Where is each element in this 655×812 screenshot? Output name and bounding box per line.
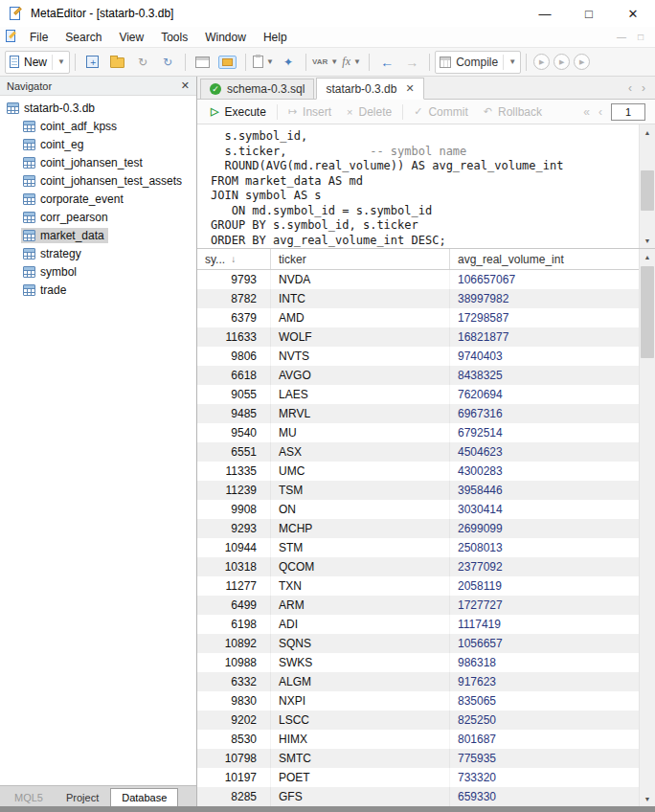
table-row[interactable]: 9806NVTS9740403 (197, 347, 639, 366)
table-row[interactable]: 9293MCHP2699099 (197, 519, 639, 538)
prev-page-icon[interactable]: ‹ (599, 105, 602, 119)
table-row[interactable]: 6551ASX4504623 (197, 442, 639, 462)
menu-item-view[interactable]: View (110, 27, 152, 47)
table-row[interactable]: 9830NXPI835065 (197, 691, 639, 710)
compile-button[interactable]: Compile ▼ (435, 51, 521, 74)
table-row[interactable]: 10798SMTC775935 (197, 749, 639, 768)
cell-ticker: ARM (271, 596, 450, 615)
menu-item-tools[interactable]: Tools (152, 27, 196, 47)
tree-item-strategy[interactable]: strategy (0, 244, 196, 262)
table-row[interactable]: 10944STM2508013 (197, 538, 639, 557)
tree-root[interactable]: statarb-0.3.db (0, 99, 196, 117)
table-row[interactable]: 11239TSM3958446 (197, 481, 639, 500)
sql-scrollbar[interactable]: ▲ ▼ (639, 124, 655, 248)
tree-item-coint_adf_kpss[interactable]: coint_adf_kpss (0, 117, 196, 135)
menu-item-file[interactable]: File (21, 27, 56, 47)
scroll-thumb[interactable] (641, 266, 654, 358)
sql-editor[interactable]: s.symbol_id, s.ticker, -- symbol name RO… (197, 124, 639, 248)
table-row[interactable]: 9485MRVL6967316 (197, 404, 639, 423)
tree-item-symbol[interactable]: symbol (0, 262, 196, 281)
table-row[interactable]: 6198ADI1117419 (197, 615, 639, 634)
tree-item-market_data[interactable]: market_data (0, 226, 196, 244)
tab-schema-sql[interactable]: ✓ schema-0.3.sql (200, 79, 314, 99)
styler-button[interactable]: ✦ (277, 51, 300, 74)
tree-item-coint_johansen_test_assets[interactable]: coint_johansen_test_assets (0, 171, 196, 190)
mdi-minimize-icon[interactable]: — (617, 32, 626, 42)
column-header-ticker[interactable]: ticker (271, 249, 450, 269)
table-row[interactable]: 10988SWKS986318 (197, 653, 639, 672)
scroll-thumb[interactable] (641, 170, 654, 211)
table-row[interactable]: 8530HIMX801687 (197, 730, 639, 749)
close-icon[interactable]: ✕ (181, 79, 190, 92)
chevron-down-icon[interactable]: ▼ (508, 57, 516, 66)
mdi-restore-icon[interactable]: □ (638, 32, 644, 42)
navigate-forward-button[interactable]: → (400, 51, 423, 74)
chevron-down-icon[interactable]: ▼ (57, 57, 65, 66)
tab-statarb-db[interactable]: statarb-0.3.db ✕ (316, 78, 423, 100)
table-row[interactable]: 10197POET733320 (197, 768, 639, 787)
scroll-up-icon[interactable]: ▲ (640, 124, 655, 140)
execute-button[interactable]: ▷ Execute (203, 102, 274, 123)
rollback-button[interactable]: ↶ Rollback (476, 102, 550, 123)
tree-item-coint_johansen_test[interactable]: coint_johansen_test (0, 153, 196, 171)
scroll-down-icon[interactable]: ▼ (640, 233, 655, 248)
tree-item-corporate_event[interactable]: corporate_event (0, 190, 196, 208)
navigate-back-button[interactable]: ← (375, 51, 398, 74)
table-row[interactable]: 6332ALGM917623 (197, 672, 639, 691)
first-page-icon[interactable]: « (583, 105, 590, 119)
chevron-left-icon[interactable]: ‹ (628, 81, 632, 95)
navigator-toggle-button[interactable] (216, 51, 239, 74)
start-test-button[interactable]: ▶ (574, 54, 590, 70)
open-button[interactable] (106, 51, 129, 74)
table-row[interactable]: 6618AVGO8438325 (197, 366, 639, 385)
table-row[interactable]: 6499ARM1727727 (197, 596, 639, 615)
start-profiling-button[interactable]: ▶ (553, 54, 570, 70)
scroll-down-icon[interactable]: ▼ (640, 791, 655, 806)
commit-button[interactable]: ✓ Commit (406, 102, 476, 123)
scroll-up-icon[interactable]: ▲ (640, 249, 655, 264)
minimize-button[interactable]: — (523, 0, 567, 27)
new-button[interactable]: New ▼ (5, 51, 70, 74)
window-layout-button[interactable] (192, 51, 215, 74)
delete-button[interactable]: × Delete (339, 102, 399, 123)
table-row[interactable]: 11335UMC4300283 (197, 462, 639, 481)
variables-button[interactable]: VAR▼ (312, 51, 338, 74)
table-row[interactable]: 11277TXN2058119 (197, 576, 639, 596)
tab-close-icon[interactable]: ✕ (405, 82, 414, 95)
fetch-button[interactable]: ↻ (156, 51, 179, 74)
start-debug-button[interactable]: ▶ (533, 54, 550, 70)
table-row[interactable]: 9908ON3030414 (197, 500, 639, 519)
tab-project[interactable]: Project (55, 788, 110, 806)
table-row[interactable]: 10318QCOM2377092 (197, 557, 639, 576)
tree-item-trade[interactable]: trade (0, 281, 196, 299)
menu-item-window[interactable]: Window (196, 27, 255, 47)
table-row[interactable]: 10892SQNS1056657 (197, 634, 639, 653)
table-row[interactable]: 9540MU6792514 (197, 423, 639, 442)
table-row[interactable]: 9793NVDA106657067 (197, 270, 639, 289)
tab-database[interactable]: Database (110, 788, 178, 806)
maximize-button[interactable]: □ (567, 0, 611, 27)
table-row[interactable]: 8285GFS659330 (197, 787, 639, 806)
insert-button[interactable]: ↦ Insert (281, 102, 339, 123)
table-row[interactable]: 9055LAES7620694 (197, 385, 639, 404)
results-scrollbar[interactable]: ▲ ▼ (639, 249, 655, 806)
chevron-right-icon[interactable]: › (642, 81, 645, 95)
close-button[interactable]: ✕ (611, 0, 655, 27)
menu-item-help[interactable]: Help (255, 27, 296, 47)
play-icon: ▶ (559, 58, 564, 66)
table-row[interactable]: 11633WOLF16821877 (197, 327, 639, 347)
column-header-symbol-id[interactable]: sy... ↓ (197, 249, 271, 269)
sync-button[interactable]: ↻ (131, 51, 154, 74)
tree-item-coint_eg[interactable]: coint_eg (0, 135, 196, 153)
new-project-button[interactable]: ＋ (81, 51, 104, 74)
table-row[interactable]: 8782INTC38997982 (197, 289, 639, 308)
table-row[interactable]: 6379AMD17298587 (197, 308, 639, 327)
functions-button[interactable]: fx▼ (340, 51, 363, 74)
page-number-input[interactable] (611, 103, 645, 121)
tab-mql5[interactable]: MQL5 (3, 788, 55, 806)
column-header-volume[interactable]: avg_real_volume_int (450, 249, 639, 269)
tree-item-corr_pearson[interactable]: corr_pearson (0, 208, 196, 226)
paste-button[interactable]: ▼ (252, 51, 275, 74)
table-row[interactable]: 9202LSCC825250 (197, 710, 639, 730)
menu-item-search[interactable]: Search (56, 27, 110, 47)
